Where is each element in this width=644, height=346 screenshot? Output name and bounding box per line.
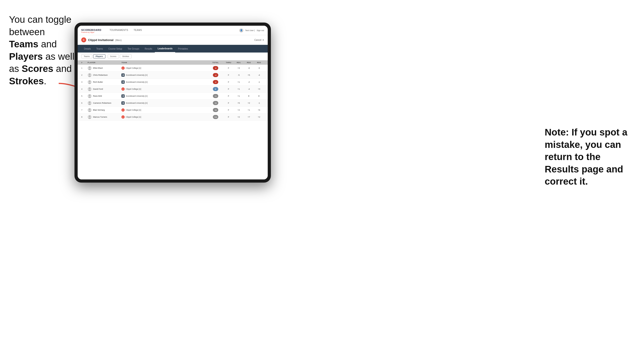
row-rank: 3 <box>81 81 88 83</box>
rd1: +5 <box>234 102 244 104</box>
team-cell: C Clippd College [A] <box>122 87 208 91</box>
rd3: +3 <box>254 88 264 90</box>
player-cell: Rich Butler <box>88 80 122 84</box>
total-score: E <box>213 87 218 91</box>
thru: F <box>224 81 234 83</box>
tournament-title-area: C Clippd Invitational (Men) <box>81 37 122 42</box>
sub-nav: Details Teams Course Setup Tee Groups Re… <box>78 45 268 52</box>
sub-nav-leaderboards[interactable]: Leaderboards <box>155 45 175 52</box>
team-logo-icon: ▦ <box>122 94 124 98</box>
svg-point-7 <box>89 87 90 89</box>
team-logo-icon: ▦ <box>122 80 124 84</box>
total-score: +11 <box>213 115 218 119</box>
table-row: 2 Chris Robertson ▦ Scoreboard Universit… <box>78 72 268 79</box>
team-name: Clippd College [A] <box>126 109 141 111</box>
toggle-players[interactable]: Players <box>93 54 106 58</box>
row-rank: 1 <box>81 67 88 69</box>
nav-item-tournaments[interactable]: TOURNAMENTS <box>107 26 131 35</box>
player-cell: Elliot Ebert <box>88 66 122 70</box>
team-cell: C Clippd College [A] <box>122 108 208 112</box>
sub-nav-results[interactable]: Results <box>142 45 155 52</box>
rd3: E <box>254 95 264 97</box>
svg-point-4 <box>88 76 91 77</box>
player-avatar <box>88 73 92 77</box>
tournament-header: C Clippd Invitational (Men) Cancel ✕ <box>78 35 268 45</box>
col-total: TOTAL <box>208 62 224 64</box>
player-avatar <box>88 66 92 70</box>
sign-out-link[interactable]: Sign out <box>257 29 264 31</box>
svg-point-8 <box>88 90 91 91</box>
rd3: -5 <box>254 67 264 69</box>
rd1: +1 <box>234 81 244 83</box>
table-header: # PLAYER TEAM TOTAL THRU RD1 RD2 RD3 <box>78 60 268 65</box>
sub-nav-course-setup[interactable]: Course Setup <box>106 45 125 52</box>
player-name: David Ford <box>93 88 103 90</box>
table-row: 6 Cameron Robertson ▦ Scoreboard Univers… <box>78 100 268 107</box>
player-avatar <box>88 94 92 98</box>
svg-point-11 <box>89 101 90 103</box>
rd3: -1 <box>254 81 264 83</box>
total-score: +6 <box>213 108 218 112</box>
tournament-name: Clippd Invitational (Men) <box>88 38 122 42</box>
rd1: +3 <box>234 67 244 69</box>
team-logo-icon: ▦ <box>122 101 124 105</box>
svg-point-14 <box>88 111 91 112</box>
rd2: +7 <box>244 116 254 118</box>
player-name: Chris Robertson <box>93 74 108 76</box>
toggle-strokes[interactable]: Strokes <box>120 54 132 58</box>
total-score: +6 <box>213 101 218 105</box>
user-avatar: 👤 <box>239 28 243 32</box>
sub-nav-teams[interactable]: Teams <box>94 45 106 52</box>
sub-nav-tee-groups[interactable]: Tee Groups <box>125 45 142 52</box>
cancel-button[interactable]: Cancel ✕ <box>254 39 264 41</box>
team-cell: C Clippd College [A] <box>122 66 208 70</box>
team-name: Scoreboard University [A] <box>126 81 148 83</box>
team-logo-icon: C <box>122 115 124 119</box>
col-rd1: RD1 <box>234 62 244 64</box>
svg-point-9 <box>89 94 90 96</box>
table-row: 3 Rich Butler ▦ Scoreboard University [A… <box>78 79 268 86</box>
nav-item-teams[interactable]: TEAMS <box>131 26 145 35</box>
team-cell: ▦ Scoreboard University [A] <box>122 73 208 77</box>
row-rank: 6 <box>81 102 88 104</box>
player-name: Blair McHarg <box>93 109 105 111</box>
row-rank: 7 <box>81 109 88 111</box>
toggle-scores[interactable]: Scores <box>108 54 119 58</box>
sub-nav-printables[interactable]: Printables <box>175 45 190 52</box>
player-avatar <box>88 87 92 91</box>
svg-point-10 <box>88 97 91 98</box>
team-name: Scoreboard University [A] <box>126 102 148 104</box>
svg-point-15 <box>89 115 90 117</box>
svg-point-5 <box>89 80 90 82</box>
player-name: Marcus Turners <box>93 116 107 118</box>
col-thru: THRU <box>224 62 234 64</box>
rd3: -4 <box>254 74 264 76</box>
cancel-icon: ✕ <box>262 39 264 41</box>
player-avatar <box>88 101 92 105</box>
rd3: +6 <box>254 109 264 111</box>
nav-items: TOURNAMENTS TEAMS <box>107 26 239 35</box>
toggle-teams[interactable]: Teams <box>81 54 92 58</box>
svg-point-6 <box>88 83 91 84</box>
toggle-row: Teams Players Scores Strokes <box>78 52 268 60</box>
player-cell: Rees Britt <box>88 94 122 98</box>
total-score: -2 <box>213 80 218 84</box>
top-nav: SCOREBOARD Powered by clippd TOURNAMENTS… <box>78 26 268 35</box>
col-player: PLAYER <box>88 62 122 64</box>
table-row: 8 Marcus Turners C Clippd College [A] +1… <box>78 114 268 121</box>
svg-point-16 <box>88 118 91 119</box>
player-name: Rees Britt <box>93 95 102 97</box>
team-logo-icon: C <box>122 66 124 70</box>
player-avatar <box>88 108 92 112</box>
row-rank: 4 <box>81 88 88 90</box>
team-logo-icon: C <box>122 87 124 91</box>
col-team: TEAM <box>122 62 208 64</box>
sub-nav-details[interactable]: Details <box>81 45 94 52</box>
player-name: Elliot Ebert <box>93 67 103 69</box>
row-rank: 2 <box>81 74 88 76</box>
player-avatar <box>88 80 92 84</box>
left-annotation: You can toggle between Teams and Players… <box>9 13 74 87</box>
rd2: -2 <box>244 81 254 83</box>
player-cell: David Ford <box>88 87 122 91</box>
svg-point-12 <box>88 104 91 105</box>
